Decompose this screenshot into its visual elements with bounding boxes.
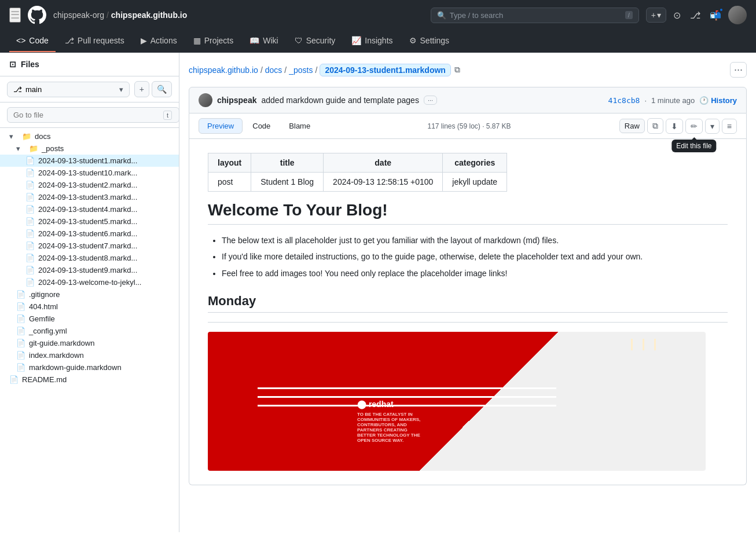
projects-icon: ▦: [193, 36, 201, 45]
repo-name[interactable]: chipspeak.github.io: [111, 10, 187, 20]
hamburger-button[interactable]: ☰: [9, 8, 21, 23]
tab-code[interactable]: Code: [244, 118, 279, 134]
edit-button-container: ✏ Edit this file: [685, 119, 703, 134]
search-placeholder: Type / to search: [450, 11, 504, 20]
issues-button[interactable]: ⊙: [671, 8, 683, 23]
tab-preview[interactable]: Preview: [199, 118, 243, 134]
nav-item-pull-requests[interactable]: ⎇ Pull requests: [58, 30, 131, 52]
commit-time: 1 minute ago: [651, 96, 695, 105]
file-icon: 📄: [16, 363, 25, 372]
security-icon: 🛡: [295, 36, 303, 45]
tree-item-label: 2024-09-13-student3.markd...: [38, 193, 137, 202]
main-content: chipspeak.github.io / docs / _posts / 20…: [179, 53, 756, 532]
nav-item-security[interactable]: 🛡 Security: [288, 30, 343, 52]
tree-item-label: Gemfile: [29, 314, 55, 323]
file-tabs: Preview Code Blame: [199, 118, 319, 134]
tree-file-readme[interactable]: 📄 README.md: [0, 373, 179, 386]
tree-file-student10[interactable]: 📄 2024-09-13-student10.mark...: [0, 167, 179, 179]
search-icon: 🔍: [437, 11, 446, 20]
copy-path-button[interactable]: ⧉: [453, 64, 461, 76]
tree-file-404[interactable]: 📄 404.html: [0, 301, 179, 313]
list-item: The below text is all placeholder just t…: [222, 234, 728, 247]
tree-file-gitguide[interactable]: 📄 git-guide.markdown: [0, 337, 179, 349]
search-bar[interactable]: 🔍 Type / to search /: [431, 8, 639, 23]
tree-file-student8[interactable]: 📄 2024-09-13-student8.markd...: [0, 252, 179, 264]
notifications-button[interactable]: 📬: [707, 8, 724, 23]
nav-item-actions[interactable]: ▶ Actions: [134, 30, 184, 52]
tree-file-student5[interactable]: 📄 2024-09-13-student5.markd...: [0, 215, 179, 228]
edit-file-button[interactable]: ✏: [685, 119, 703, 134]
col-title: title: [251, 153, 324, 173]
list-item: Feel free to add images too! You need on…: [222, 267, 728, 280]
tree-file-student4[interactable]: 📄 2024-09-13-student4.markd...: [0, 203, 179, 215]
more-options-button[interactable]: ···: [730, 62, 747, 78]
breadcrumb-org[interactable]: chipspeak.github.io: [189, 65, 258, 75]
tree-file-student1[interactable]: 📄 2024-09-13-student1.markd...: [0, 155, 179, 167]
nav-item-code[interactable]: <> Code: [9, 30, 56, 52]
tree-file-mdguide[interactable]: 📄 markdown-guide.markdown: [0, 361, 179, 373]
nav-security-label: Security: [306, 36, 336, 45]
repo-separator: /: [107, 10, 109, 20]
nav-settings-label: Settings: [420, 36, 450, 45]
breadcrumb-docs[interactable]: docs: [265, 65, 282, 75]
avatar[interactable]: [728, 6, 747, 24]
more-actions-button[interactable]: ▾: [705, 119, 720, 134]
subfolder-expand-icon: ▾: [16, 144, 25, 153]
org-name[interactable]: chipspeak-org: [53, 10, 104, 20]
tree-file-student7[interactable]: 📄 2024-09-13-student7.markd...: [0, 240, 179, 252]
heading-monday: Monday: [208, 294, 728, 313]
copy-raw-button[interactable]: ⧉: [647, 118, 663, 134]
tree-folder-posts[interactable]: ▾ 📁 _posts: [0, 142, 179, 155]
tree-file-student2[interactable]: 📄 2024-09-13-student2.markd...: [0, 179, 179, 191]
files-title: ⊡ Files: [9, 60, 39, 69]
add-file-button[interactable]: +: [134, 81, 149, 97]
commit-author[interactable]: chipspeak: [217, 96, 256, 105]
search-files-button[interactable]: 🔍: [152, 81, 172, 97]
tree-file-welcome[interactable]: 📄 2024-09-13-welcome-to-jekyl...: [0, 276, 179, 288]
pull-requests-nav-icon: ⎇: [65, 36, 74, 45]
ceiling-lights: [654, 339, 656, 350]
tree-file-gitignore[interactable]: 📄 .gitignore: [0, 288, 179, 301]
frontmatter-table: layout title date categories post Studen…: [208, 153, 507, 192]
new-button[interactable]: + ▾: [646, 8, 666, 23]
file-icon: 📄: [25, 181, 35, 189]
tree-folder-docs[interactable]: ▾ 📁 docs: [0, 130, 179, 142]
list-view-button[interactable]: ≡: [722, 119, 737, 134]
nav-item-wiki[interactable]: 📖 Wiki: [243, 30, 285, 52]
files-label: Files: [21, 60, 39, 69]
tree-item-label: 2024-09-13-welcome-to-jekyl...: [38, 278, 141, 287]
go-to-file-input[interactable]: [7, 107, 179, 123]
tree-file-student9[interactable]: 📄 2024-09-13-student9.markd...: [0, 264, 179, 276]
top-nav: ☰ chipspeak-org / chipspeak.github.io 🔍 …: [0, 0, 756, 30]
raw-button[interactable]: Raw: [619, 119, 645, 133]
wiki-icon: 📖: [249, 36, 259, 45]
tree-file-student3[interactable]: 📄 2024-09-13-student3.markd...: [0, 191, 179, 203]
tree-item-label: docs: [35, 132, 50, 141]
tree-file-gemfile[interactable]: 📄 Gemfile: [0, 313, 179, 325]
tree-file-student6[interactable]: 📄 2024-09-13-student6.markd...: [0, 228, 179, 240]
commit-bar: chipspeak added markdown guide and templ…: [189, 87, 747, 113]
breadcrumb-posts[interactable]: _posts: [289, 65, 313, 75]
branch-button[interactable]: ⎇ main ▾: [7, 82, 130, 97]
tab-blame[interactable]: Blame: [280, 118, 319, 134]
commit-avatar: [199, 93, 212, 107]
tree-file-config[interactable]: 📄 _config.yml: [0, 325, 179, 337]
branch-name: main: [25, 85, 42, 94]
breadcrumb: chipspeak.github.io / docs / _posts / 20…: [189, 62, 747, 78]
tree-item-label: git-guide.markdown: [29, 339, 94, 347]
org-repo: chipspeak-org / chipspeak.github.io: [53, 10, 187, 20]
download-button[interactable]: ⬇: [666, 119, 683, 134]
pull-requests-button[interactable]: ⎇: [688, 8, 703, 23]
folder-expand-icon: ▾: [9, 132, 19, 141]
commit-expand-button[interactable]: ···: [424, 96, 437, 105]
redhat-logo-area: ⬤ redhat TO BE THE CATALYST IN COMMUNITI…: [357, 399, 427, 443]
tree-file-index[interactable]: 📄 index.markdown: [0, 349, 179, 361]
tree-item-label: index.markdown: [29, 351, 84, 360]
nav-item-projects[interactable]: ▦ Projects: [186, 30, 241, 52]
nav-item-insights[interactable]: 📈 Insights: [344, 30, 399, 52]
commit-hash[interactable]: 41c8cb8: [608, 96, 640, 105]
file-icon: 📄: [25, 278, 35, 287]
history-button[interactable]: 🕐 History: [699, 96, 737, 105]
nav-item-settings[interactable]: ⚙ Settings: [402, 30, 457, 52]
go-to-file-shortcut: t: [163, 111, 172, 120]
